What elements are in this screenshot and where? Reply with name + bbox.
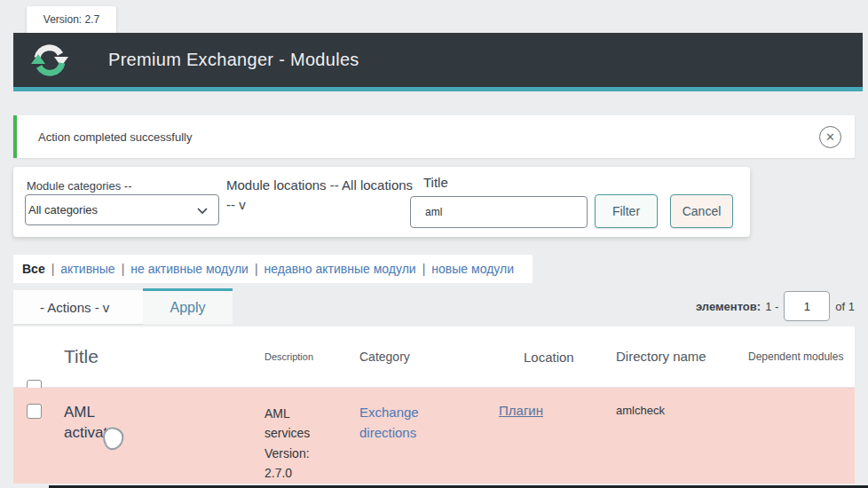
cancel-button[interactable]: Cancel <box>670 194 733 228</box>
module-description: AML services Version: 2.7.0 <box>264 404 328 484</box>
apply-button[interactable]: Apply <box>143 288 233 324</box>
table-row: AML activate AML services Version: 2.7.0… <box>13 388 855 484</box>
header-title[interactable]: Title <box>51 346 251 367</box>
bulk-actions-select[interactable]: - Actions - v <box>13 290 143 324</box>
version-tab: Version: 2.7 <box>27 6 116 33</box>
subset-link-new[interactable]: новые модули <box>431 262 514 276</box>
module-categories-select[interactable]: All categories <box>25 194 219 225</box>
chevron-down-icon <box>195 203 209 217</box>
items-count-label: элементов: <box>696 300 761 313</box>
modules-admin-page: Version: 2.7 Premium Exchanger - Modules… <box>0 0 868 488</box>
app-header: Premium Exchanger - Modules <box>13 33 863 91</box>
apply-label: Apply <box>170 300 205 316</box>
subset-link-active[interactable]: активные <box>60 262 114 276</box>
subset-link-all[interactable]: Все <box>22 262 45 276</box>
items-range: 1 - <box>765 300 778 313</box>
title-filter-label: Title <box>423 175 448 190</box>
success-alert: Action completed successfully ✕ <box>13 115 855 158</box>
module-categories-selected-value: All categories <box>28 203 195 216</box>
separator: | <box>51 262 55 276</box>
page-title: Premium Exchanger - Modules <box>108 50 359 70</box>
module-category-link[interactable]: Exchange directions <box>359 403 444 443</box>
module-location-cell: Плагин <box>485 388 596 484</box>
module-directory-cell: amlcheck <box>596 388 723 484</box>
title-filter-input[interactable] <box>410 196 588 228</box>
module-locations-select[interactable]: Module locations -- All locations -- v <box>226 176 414 215</box>
separator: | <box>255 262 258 276</box>
page-number-input[interactable] <box>784 291 830 321</box>
version-label: Version: 2.7 <box>43 13 99 26</box>
alert-message: Action completed successfully <box>38 130 192 144</box>
pagination: элементов: 1 - of 1 <box>696 290 855 322</box>
modules-table: Title Description Category Location Dire… <box>13 327 855 484</box>
module-title-link[interactable]: AML activate <box>64 403 137 444</box>
table-header-row: Title Description Category Location Dire… <box>13 327 855 388</box>
subset-link-inactive[interactable]: не активные модули <box>130 262 249 276</box>
filter-panel: Module categories -- All categories Modu… <box>13 167 750 237</box>
module-category-cell: Exchange directions <box>346 388 485 484</box>
module-subset-links: Все | активные | не активные модули | не… <box>13 255 533 283</box>
header-directory-name: Directory name <box>596 348 723 366</box>
refresh-logo-icon <box>28 39 71 82</box>
close-icon[interactable]: ✕ <box>819 126 841 148</box>
module-dependent-cell <box>723 388 855 484</box>
module-categories-label: Module categories -- <box>27 179 132 193</box>
subset-link-recently-active[interactable]: недавно активные модули <box>264 262 416 276</box>
header-category: Category <box>346 350 485 364</box>
module-description-cell: AML services Version: 2.7.0 <box>251 388 346 484</box>
page-total-label: of 1 <box>835 300 855 313</box>
header-description: Description <box>251 351 346 362</box>
separator: | <box>122 262 125 276</box>
row-checkbox[interactable] <box>27 404 42 419</box>
module-title-cell: AML activate <box>51 388 251 484</box>
header-dependent-modules: Dependent modules <box>723 350 855 365</box>
filter-button[interactable]: Filter <box>595 194 658 228</box>
row-checkbox-cell <box>13 388 51 484</box>
header-location: Location <box>485 350 596 365</box>
separator: | <box>422 262 426 276</box>
module-location-link[interactable]: Плагин <box>499 403 543 418</box>
bulk-actions-label: - Actions - v <box>40 300 109 315</box>
